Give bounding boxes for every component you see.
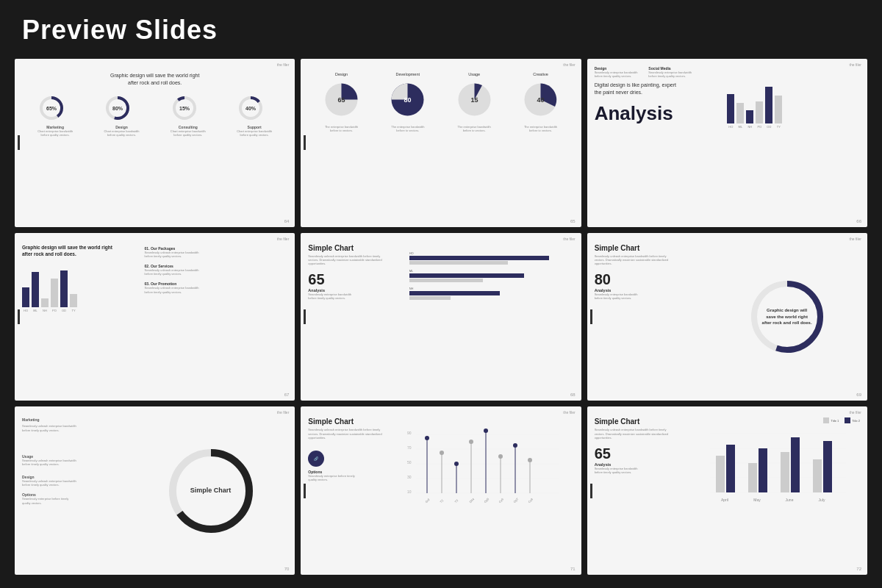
svg-rect-73 bbox=[823, 441, 832, 492]
svg-text:Op7: Op7 bbox=[512, 497, 519, 503]
left-bar-1 bbox=[18, 135, 20, 150]
svg-text:80%: 80% bbox=[112, 106, 123, 111]
brand-1: the filer bbox=[277, 62, 289, 67]
slide-1[interactable]: the filer Graphic design will save the w… bbox=[15, 59, 295, 227]
svg-text:30: 30 bbox=[407, 475, 412, 479]
left-bar-2 bbox=[304, 135, 306, 150]
svg-rect-72 bbox=[813, 459, 822, 492]
svg-text:15: 15 bbox=[470, 96, 478, 104]
slide-2[interactable]: the filer Design 65 The enterprise bandw… bbox=[301, 59, 581, 227]
donut-design: 80% Design Chart enterprise bandwidthbef… bbox=[104, 94, 139, 137]
chart-legend: Title 1 Title 2 bbox=[695, 417, 860, 423]
slide-num-4: 67 bbox=[284, 392, 290, 397]
svg-rect-63 bbox=[716, 456, 725, 492]
donut-consulting: 15% Consulting Chart enterprise bandwidt… bbox=[171, 94, 206, 137]
svg-text:90: 90 bbox=[407, 431, 412, 435]
brand-4: the filer bbox=[277, 237, 289, 241]
slide4-bars: HO ML NH PO bbox=[22, 265, 137, 312]
svg-point-56 bbox=[528, 458, 532, 462]
svg-text:80: 80 bbox=[404, 96, 412, 104]
donut-sub-4: Chart enterprise bandwidthbefore quality… bbox=[237, 129, 272, 137]
svg-text:10: 10 bbox=[407, 490, 412, 494]
pie-usage: Usage 15 The enterprise bandwidthbefore … bbox=[454, 72, 495, 132]
slide-num-5: 68 bbox=[570, 392, 576, 397]
svg-text:65: 65 bbox=[337, 96, 345, 104]
svg-point-41 bbox=[454, 462, 459, 466]
svg-text:Cy8: Cy8 bbox=[527, 497, 534, 503]
brand-5: the filer bbox=[563, 237, 575, 241]
slide-num-8: 71 bbox=[570, 567, 576, 571]
svg-text:May: May bbox=[753, 498, 761, 502]
pie-design: Design 65 The enterprise bandwidthbefore… bbox=[321, 72, 362, 132]
hbar-chart: HO ML NH bbox=[409, 240, 574, 394]
svg-rect-67 bbox=[759, 448, 767, 492]
svg-point-53 bbox=[513, 443, 517, 448]
slide-6[interactable]: the filer Simple Chart Seamlessly unleas… bbox=[587, 233, 867, 401]
page-title: Preview Slides bbox=[0, 0, 882, 53]
left-bar-8 bbox=[304, 484, 306, 498]
svg-point-50 bbox=[498, 454, 503, 459]
left-bar-9 bbox=[590, 484, 592, 498]
svg-rect-64 bbox=[726, 445, 735, 492]
svg-text:40: 40 bbox=[537, 96, 544, 104]
slide1-charts: 65% Marketing Chart enterprise bandwidth… bbox=[22, 94, 287, 137]
slide-5[interactable]: the filer Simple Chart Seamlessly unleas… bbox=[301, 233, 581, 401]
svg-text:Cy6: Cy6 bbox=[498, 497, 504, 503]
svg-point-47 bbox=[484, 429, 488, 433]
svg-rect-66 bbox=[748, 463, 757, 492]
svg-text:June: June bbox=[786, 498, 794, 502]
svg-text:April: April bbox=[721, 498, 728, 502]
slide-9[interactable]: the filer Simple Chart Seamlessly unleas… bbox=[587, 406, 867, 575]
svg-point-38 bbox=[440, 451, 444, 455]
donut-support: 40% Support Chart enterprise bandwidthbe… bbox=[237, 94, 272, 137]
svg-rect-70 bbox=[791, 437, 800, 492]
slides-grid: the filer Graphic design will save the w… bbox=[0, 53, 882, 586]
slide-num-9: 72 bbox=[856, 567, 861, 571]
lollipop-chart: 90 70 50 30 10 Gof bbox=[401, 420, 563, 508]
svg-text:70: 70 bbox=[407, 445, 412, 450]
left-bar-5 bbox=[304, 309, 306, 324]
slide1-title: Graphic design will save the world right… bbox=[22, 72, 287, 87]
slide-8[interactable]: the filer Simple Chart Seamlessly unleas… bbox=[301, 406, 581, 575]
svg-text:15%: 15% bbox=[179, 106, 190, 111]
donut-marketing: 65% Marketing Chart enterprise bandwidth… bbox=[37, 94, 73, 137]
svg-text:50: 50 bbox=[407, 460, 412, 465]
donut-sub-1: Chart enterprise bandwidthbefore quality… bbox=[37, 129, 73, 137]
slide-num-2: 65 bbox=[570, 219, 576, 223]
slide-num-1: 64 bbox=[284, 219, 290, 223]
brand-2: the filer bbox=[563, 62, 575, 67]
slide2-cats: Design 65 The enterprise bandwidthbefore… bbox=[308, 72, 573, 132]
svg-text:T3: T3 bbox=[453, 498, 459, 503]
brand-8: the filer bbox=[563, 410, 575, 415]
slide-num-6: 69 bbox=[856, 392, 861, 397]
svg-point-35 bbox=[425, 436, 429, 440]
svg-text:40%: 40% bbox=[245, 106, 257, 111]
slide-num-3: 66 bbox=[856, 219, 861, 223]
left-bar-4 bbox=[18, 309, 20, 324]
svg-text:Op5: Op5 bbox=[483, 497, 490, 503]
slide3-bars: HO ML NH PO bbox=[727, 74, 860, 129]
svg-text:D04: D04 bbox=[468, 497, 475, 503]
svg-text:T2: T2 bbox=[439, 498, 444, 503]
header: Preview Slides bbox=[0, 0, 882, 53]
brand-3: the filer bbox=[850, 62, 861, 67]
donut-sub-3: Chart enterprise bandwidthbefore quality… bbox=[171, 129, 206, 137]
svg-text:65%: 65% bbox=[46, 106, 57, 111]
pie-development: Development 80 The enterprise bandwidthb… bbox=[387, 72, 428, 132]
slide-3[interactable]: the filer Design Seamlessly enterprise b… bbox=[587, 59, 867, 227]
svg-point-44 bbox=[469, 440, 473, 444]
svg-text:July: July bbox=[819, 498, 825, 502]
bar-line-chart: April May June July bbox=[695, 426, 850, 507]
left-bar-6 bbox=[590, 309, 592, 324]
donut-sub-2: Chart enterprise bandwidthbefore quality… bbox=[104, 129, 139, 137]
pie-creative: Creative 40 The enterprise bandwidthbefo… bbox=[520, 72, 561, 132]
slide-num-7: 70 bbox=[284, 567, 290, 571]
slide-7[interactable]: the filer Marketing Seamlessly unleash e… bbox=[15, 406, 295, 575]
svg-rect-69 bbox=[781, 452, 789, 492]
slide-4[interactable]: the filer Graphic design will save the w… bbox=[15, 233, 295, 401]
svg-text:Gof: Gof bbox=[424, 498, 431, 504]
